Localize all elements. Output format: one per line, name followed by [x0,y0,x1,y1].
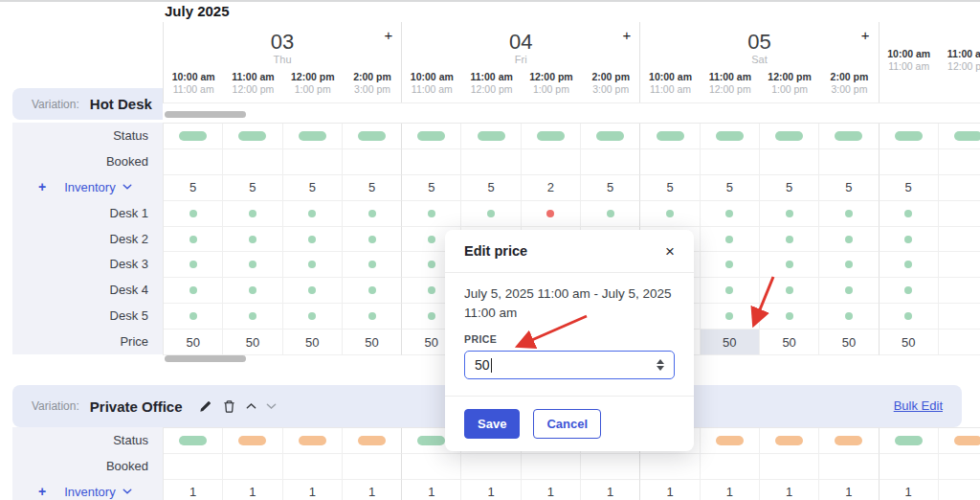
cell-status-col6[interactable] [461,124,521,149]
cell-desk-3-col14[interactable] [939,252,980,278]
cell-desk-3-col12[interactable] [819,252,879,278]
move-up-icon[interactable] [246,402,256,410]
cell-inventory-col8[interactable]: 5 [581,175,640,201]
cell-status-col2[interactable] [223,124,282,149]
cell-desk-2-col4[interactable] [343,227,402,253]
stepper-up-icon[interactable] [657,359,664,364]
cell-inventory-col11[interactable]: 5 [760,175,819,201]
cell-inventory-col7[interactable]: 2 [522,175,581,201]
cell-status-col11[interactable] [760,428,819,454]
save-button[interactable]: Save [464,409,520,439]
cancel-button[interactable]: Cancel [533,409,601,439]
cell-booked-col1[interactable] [164,149,223,175]
cell-inventory-col14[interactable] [939,175,980,201]
cell-desk-4-col14[interactable] [939,278,980,304]
edit-icon[interactable] [198,399,212,414]
cell-desk-2-col14[interactable] [939,227,980,253]
row-label-inventory[interactable]: +Inventory [12,174,163,200]
cell-inventory-col14[interactable] [939,480,980,500]
horizontal-scrollbar-thumb[interactable] [165,111,246,118]
cell-desk-5-col2[interactable] [223,304,282,330]
add-slot-button[interactable]: + [861,28,870,42]
cell-inventory-col4[interactable]: 1 [343,480,402,500]
cell-booked-col8[interactable] [581,149,640,175]
cell-inventory-col3[interactable]: 1 [283,480,343,500]
cell-desk-5-col11[interactable] [760,304,819,330]
cell-status-col14[interactable] [939,428,980,454]
cell-desk-1-col10[interactable] [701,201,760,227]
cell-status-col13[interactable] [880,124,939,149]
cell-booked-col6[interactable] [461,149,521,175]
cell-desk-4-col4[interactable] [343,278,402,304]
cell-desk-3-col1[interactable] [164,252,223,278]
cell-desk-1-col9[interactable] [640,201,700,227]
cell-desk-4-col11[interactable] [760,278,819,304]
cell-desk-5-col10[interactable] [701,304,760,330]
cell-status-col14[interactable] [939,124,980,149]
cell-inventory-col5[interactable]: 5 [402,175,461,201]
cell-inventory-col1[interactable]: 1 [164,480,223,500]
cell-inventory-col12[interactable]: 1 [819,480,879,500]
cell-desk-4-col10[interactable] [701,278,760,304]
plus-icon[interactable]: + [38,179,46,194]
cell-booked-col4[interactable] [343,454,402,480]
cell-booked-col14[interactable] [939,454,980,480]
chevron-down-icon[interactable] [122,183,132,191]
cell-inventory-col3[interactable]: 5 [283,175,343,201]
cell-desk-1-col4[interactable] [343,201,402,227]
cell-inventory-col8[interactable]: 1 [581,480,640,500]
cell-booked-col3[interactable] [283,454,343,480]
cell-booked-col5[interactable] [402,149,461,175]
cell-booked-col9[interactable] [640,454,700,480]
cell-booked-col2[interactable] [223,149,282,175]
cell-desk-4-col13[interactable] [880,278,939,304]
cell-desk-3-col13[interactable] [880,252,939,278]
cell-booked-col11[interactable] [760,454,819,480]
cell-status-col7[interactable] [522,124,581,149]
cell-booked-col5[interactable] [402,454,461,480]
cell-desk-2-col12[interactable] [819,227,879,253]
cell-inventory-col10[interactable]: 5 [701,175,760,201]
cell-desk-2-col3[interactable] [283,227,343,253]
cell-booked-col10[interactable] [701,149,760,175]
cell-inventory-col13[interactable]: 5 [880,175,939,201]
cell-status-col3[interactable] [283,428,343,454]
cell-booked-col11[interactable] [760,149,819,175]
cell-desk-1-col2[interactable] [223,201,282,227]
cell-desk-5-col3[interactable] [283,304,343,330]
cell-desk-1-col11[interactable] [760,201,819,227]
cell-desk-5-col4[interactable] [343,304,402,330]
cell-status-col1[interactable] [164,428,223,454]
add-slot-button[interactable]: + [384,28,392,42]
cell-desk-3-col10[interactable] [701,252,760,278]
cell-desk-1-col14[interactable] [939,201,980,227]
cell-desk-5-col12[interactable] [819,304,879,330]
stepper-down-icon[interactable] [657,366,664,371]
cell-status-col5[interactable] [402,124,461,149]
cell-desk-3-col11[interactable] [760,252,819,278]
cell-booked-col13[interactable] [880,149,939,175]
cell-inventory-col1[interactable]: 5 [164,175,223,201]
cell-inventory-col9[interactable]: 1 [640,480,700,500]
cell-price-col14[interactable] [939,330,980,355]
cell-desk-1-col8[interactable] [581,201,640,227]
cell-desk-2-col13[interactable] [880,227,939,253]
bulk-edit-link[interactable]: Bulk Edit [894,398,943,413]
cell-desk-1-col12[interactable] [819,201,879,227]
cell-booked-col13[interactable] [880,454,939,480]
cell-desk-1-col7[interactable] [522,201,581,227]
cell-desk-1-col3[interactable] [283,201,343,227]
cell-desk-2-col2[interactable] [223,227,282,253]
cell-desk-1-col5[interactable] [402,201,461,227]
cell-desk-4-col2[interactable] [223,278,282,304]
cell-status-col4[interactable] [343,124,402,149]
cell-inventory-col7[interactable]: 1 [522,480,581,500]
cell-price-col10[interactable]: 50 [701,330,760,355]
cell-booked-col9[interactable] [640,149,700,175]
cell-booked-col4[interactable] [343,149,402,175]
cell-inventory-col6[interactable]: 5 [461,175,521,201]
cell-desk-3-col2[interactable] [223,252,282,278]
move-down-icon[interactable] [266,402,277,410]
cell-desk-4-col3[interactable] [283,278,343,304]
cell-desk-5-col1[interactable] [164,304,223,330]
